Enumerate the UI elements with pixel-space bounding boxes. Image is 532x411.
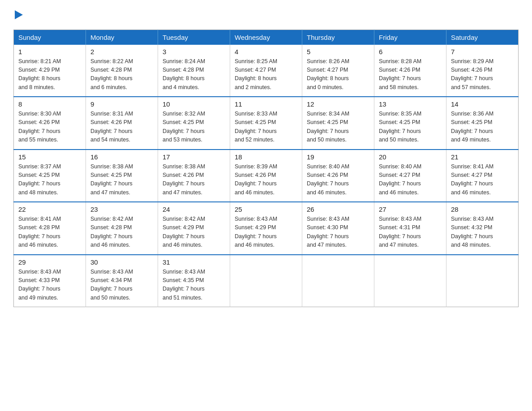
col-header-sunday: Sunday [14,30,86,45]
calendar-week-row: 22 Sunrise: 8:41 AMSunset: 4:28 PMDaylig… [14,202,519,255]
day-number: 15 [18,153,81,161]
day-number: 23 [90,206,153,213]
day-info: Sunrise: 8:43 AMSunset: 4:32 PMDaylight:… [451,215,514,250]
day-number: 10 [163,100,225,108]
calendar-cell: 16 Sunrise: 8:38 AMSunset: 4:25 PMDaylig… [86,150,158,202]
day-number: 16 [90,153,153,161]
calendar-cell: 15 Sunrise: 8:37 AMSunset: 4:25 PMDaylig… [14,150,86,202]
day-number: 1 [18,48,81,56]
calendar-cell: 7 Sunrise: 8:29 AMSunset: 4:26 PMDayligh… [446,45,519,97]
calendar-cell: 9 Sunrise: 8:31 AMSunset: 4:26 PMDayligh… [86,97,158,150]
day-number: 27 [379,206,442,213]
calendar-cell: 19 Sunrise: 8:40 AMSunset: 4:26 PMDaylig… [302,150,374,202]
day-number: 24 [163,206,225,213]
day-info: Sunrise: 8:36 AMSunset: 4:25 PMDaylight:… [451,110,514,145]
day-info: Sunrise: 8:30 AMSunset: 4:26 PMDaylight:… [18,110,81,145]
col-header-thursday: Thursday [302,30,374,45]
day-info: Sunrise: 8:40 AMSunset: 4:27 PMDaylight:… [379,163,442,197]
day-info: Sunrise: 8:37 AMSunset: 4:25 PMDaylight:… [18,163,81,197]
day-info: Sunrise: 8:26 AMSunset: 4:27 PMDaylight:… [307,57,369,92]
day-info: Sunrise: 8:29 AMSunset: 4:26 PMDaylight:… [451,57,514,92]
day-number: 20 [379,153,442,161]
calendar-cell [446,255,519,307]
calendar-week-row: 8 Sunrise: 8:30 AMSunset: 4:26 PMDayligh… [14,97,519,150]
day-info: Sunrise: 8:41 AMSunset: 4:28 PMDaylight:… [18,215,81,250]
day-number: 2 [90,48,153,56]
calendar-cell: 20 Sunrise: 8:40 AMSunset: 4:27 PMDaylig… [374,150,446,202]
day-info: Sunrise: 8:43 AMSunset: 4:30 PMDaylight:… [307,215,369,250]
day-info: Sunrise: 8:41 AMSunset: 4:27 PMDaylight:… [451,163,514,197]
calendar-header-row: SundayMondayTuesdayWednesdayThursdayFrid… [14,30,519,45]
day-number: 26 [307,206,369,213]
day-number: 28 [451,206,514,213]
day-number: 6 [379,48,442,56]
calendar-cell [302,255,374,307]
day-number: 29 [18,258,81,266]
day-number: 7 [451,48,514,56]
day-info: Sunrise: 8:25 AMSunset: 4:27 PMDaylight:… [235,57,297,92]
calendar-cell: 6 Sunrise: 8:28 AMSunset: 4:26 PMDayligh… [374,45,446,97]
calendar-cell [374,255,446,307]
calendar-cell: 8 Sunrise: 8:30 AMSunset: 4:26 PMDayligh… [14,97,86,150]
col-header-tuesday: Tuesday [158,30,230,45]
day-info: Sunrise: 8:43 AMSunset: 4:34 PMDaylight:… [90,268,153,303]
calendar-cell: 24 Sunrise: 8:42 AMSunset: 4:29 PMDaylig… [158,202,230,255]
day-number: 18 [235,153,297,161]
calendar-cell: 17 Sunrise: 8:38 AMSunset: 4:26 PMDaylig… [158,150,230,202]
calendar-cell: 2 Sunrise: 8:22 AMSunset: 4:28 PMDayligh… [86,45,158,97]
day-info: Sunrise: 8:32 AMSunset: 4:25 PMDaylight:… [163,110,225,145]
day-info: Sunrise: 8:42 AMSunset: 4:28 PMDaylight:… [90,215,153,250]
calendar-table: SundayMondayTuesdayWednesdayThursdayFrid… [13,30,519,308]
day-info: Sunrise: 8:40 AMSunset: 4:26 PMDaylight:… [307,163,369,197]
day-info: Sunrise: 8:43 AMSunset: 4:33 PMDaylight:… [18,268,81,303]
calendar-cell: 4 Sunrise: 8:25 AMSunset: 4:27 PMDayligh… [230,45,302,97]
col-header-friday: Friday [374,30,446,45]
day-number: 30 [90,258,153,266]
day-info: Sunrise: 8:35 AMSunset: 4:25 PMDaylight:… [379,110,442,145]
calendar-cell: 21 Sunrise: 8:41 AMSunset: 4:27 PMDaylig… [446,150,519,202]
day-number: 17 [163,153,225,161]
day-info: Sunrise: 8:24 AMSunset: 4:28 PMDaylight:… [163,57,225,92]
calendar-cell: 23 Sunrise: 8:42 AMSunset: 4:28 PMDaylig… [86,202,158,255]
calendar-cell: 31 Sunrise: 8:43 AMSunset: 4:35 PMDaylig… [158,255,230,307]
day-info: Sunrise: 8:34 AMSunset: 4:25 PMDaylight:… [307,110,369,145]
day-info: Sunrise: 8:38 AMSunset: 4:26 PMDaylight:… [163,163,225,197]
day-number: 5 [307,48,369,56]
day-info: Sunrise: 8:43 AMSunset: 4:35 PMDaylight:… [163,268,225,303]
day-info: Sunrise: 8:21 AMSunset: 4:29 PMDaylight:… [18,57,81,92]
day-number: 3 [163,48,225,56]
calendar-cell: 30 Sunrise: 8:43 AMSunset: 4:34 PMDaylig… [86,255,158,307]
calendar-cell: 28 Sunrise: 8:43 AMSunset: 4:32 PMDaylig… [446,202,519,255]
day-number: 21 [451,153,514,161]
day-number: 22 [18,206,81,213]
calendar-cell: 12 Sunrise: 8:34 AMSunset: 4:25 PMDaylig… [302,97,374,150]
calendar-cell [230,255,302,307]
calendar-cell: 11 Sunrise: 8:33 AMSunset: 4:25 PMDaylig… [230,97,302,150]
calendar-cell: 22 Sunrise: 8:41 AMSunset: 4:28 PMDaylig… [14,202,86,255]
calendar-cell: 18 Sunrise: 8:39 AMSunset: 4:26 PMDaylig… [230,150,302,202]
calendar-cell: 10 Sunrise: 8:32 AMSunset: 4:25 PMDaylig… [158,97,230,150]
day-number: 19 [307,153,369,161]
day-number: 14 [451,100,514,108]
day-info: Sunrise: 8:43 AMSunset: 4:29 PMDaylight:… [235,215,297,250]
calendar-week-row: 1 Sunrise: 8:21 AMSunset: 4:29 PMDayligh… [14,45,519,97]
day-info: Sunrise: 8:42 AMSunset: 4:29 PMDaylight:… [163,215,225,250]
calendar-cell: 26 Sunrise: 8:43 AMSunset: 4:30 PMDaylig… [302,202,374,255]
calendar-cell: 14 Sunrise: 8:36 AMSunset: 4:25 PMDaylig… [446,97,519,150]
page-header [13,9,519,21]
logo [13,9,23,21]
day-number: 13 [379,100,442,108]
day-number: 11 [235,100,297,108]
day-info: Sunrise: 8:28 AMSunset: 4:26 PMDaylight:… [379,57,442,92]
day-number: 9 [90,100,153,108]
col-header-wednesday: Wednesday [230,30,302,45]
day-info: Sunrise: 8:22 AMSunset: 4:28 PMDaylight:… [90,57,153,92]
day-number: 12 [307,100,369,108]
calendar-cell: 5 Sunrise: 8:26 AMSunset: 4:27 PMDayligh… [302,45,374,97]
calendar-week-row: 15 Sunrise: 8:37 AMSunset: 4:25 PMDaylig… [14,150,519,202]
calendar-cell: 25 Sunrise: 8:43 AMSunset: 4:29 PMDaylig… [230,202,302,255]
day-info: Sunrise: 8:38 AMSunset: 4:25 PMDaylight:… [90,163,153,197]
calendar-cell: 3 Sunrise: 8:24 AMSunset: 4:28 PMDayligh… [158,45,230,97]
day-info: Sunrise: 8:31 AMSunset: 4:26 PMDaylight:… [90,110,153,145]
col-header-monday: Monday [86,30,158,45]
